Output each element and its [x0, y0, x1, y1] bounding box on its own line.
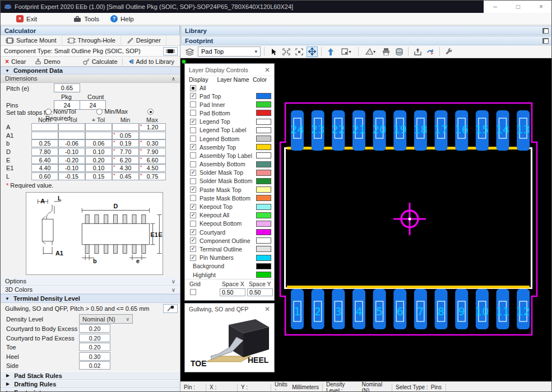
layers-icon[interactable] — [184, 46, 195, 57]
dimension-cell[interactable] — [58, 132, 85, 139]
demo-button[interactable]: Demo — [30, 57, 64, 66]
density-field-input[interactable]: 0.20 — [79, 324, 110, 333]
menu-help[interactable]: ? Help — [105, 13, 140, 25]
dimension-cell[interactable]: *0.05 — [112, 132, 139, 139]
density-field-input[interactable]: 0.20 — [79, 334, 110, 342]
layer-checkbox[interactable] — [190, 221, 196, 227]
dimension-cell[interactable] — [139, 132, 166, 139]
dimension-cell[interactable]: 0.60 — [31, 172, 58, 180]
layer-checkbox[interactable] — [190, 204, 196, 210]
layer-color-swatch[interactable] — [256, 204, 271, 210]
dimension-cell[interactable]: *0.45 — [112, 172, 139, 180]
close-icon[interactable]: ✕ — [265, 305, 270, 313]
pitch-input[interactable] — [54, 83, 80, 92]
layer-checkbox[interactable] — [190, 110, 196, 116]
dimension-cell[interactable]: 0.10 — [85, 148, 112, 156]
dimension-cell[interactable] — [85, 123, 112, 131]
layer-checkbox[interactable] — [190, 170, 196, 176]
dimension-cell[interactable]: *0.30 — [139, 139, 166, 147]
dimension-cell[interactable]: 0.10 — [85, 164, 112, 172]
layer-checkbox[interactable] — [190, 161, 196, 167]
close-button[interactable]: × — [530, 1, 552, 13]
layer-color-swatch[interactable] — [256, 144, 271, 150]
section-drafting-rules[interactable]: ▶Drafting Rules — [1, 380, 180, 388]
dimension-cell[interactable]: 0.25 — [31, 139, 58, 147]
layer-color-swatch[interactable] — [256, 272, 271, 278]
layer-checkbox[interactable] — [190, 255, 196, 261]
layer-color-swatch[interactable] — [256, 246, 271, 252]
footprint-popout-icon[interactable] — [542, 38, 549, 44]
layer-checkbox[interactable] — [190, 195, 196, 201]
section-pad-stack-rules[interactable]: ▶Pad Stack Rules — [1, 371, 180, 380]
dimension-cell[interactable]: -0.06 — [58, 139, 85, 147]
export-icon[interactable] — [412, 46, 423, 57]
dimension-cell[interactable]: *6.20 — [112, 156, 139, 164]
layer-color-swatch[interactable] — [256, 152, 271, 158]
dimension-cell[interactable]: *0.19 — [112, 139, 139, 147]
minimize-button[interactable]: – — [484, 1, 507, 13]
options-section[interactable]: Options∨ — [1, 277, 180, 286]
layer-color-swatch[interactable] — [256, 119, 271, 125]
layer-color-swatch[interactable] — [256, 127, 271, 133]
dimension-cell[interactable] — [31, 123, 58, 131]
pan-tool[interactable] — [307, 46, 318, 57]
section-footprint[interactable]: ▶Footprint — [1, 388, 180, 392]
tab-stop-radio-minmax[interactable]: Min/Max — [96, 108, 128, 115]
dimension-cell[interactable]: 0.20 — [85, 156, 112, 164]
layer-select-combobox[interactable]: Pad Top ▾ — [198, 46, 261, 57]
measure-tool[interactable]: ▾ — [362, 46, 379, 57]
database-icon[interactable] — [393, 46, 405, 57]
zoom-selection-tool[interactable] — [294, 46, 305, 57]
density-field-input[interactable]: 0.20 — [79, 343, 110, 351]
dimension-cell[interactable]: *4.50 — [139, 164, 166, 172]
layer-color-swatch[interactable] — [256, 212, 271, 218]
tab-through-hole[interactable]: Through-Hole — [62, 35, 121, 45]
print-icon[interactable] — [381, 46, 392, 57]
maximize-button[interactable]: □ — [507, 1, 530, 13]
sync-tools-icon[interactable] — [425, 46, 436, 57]
dimension-cell[interactable] — [31, 132, 58, 139]
dimension-cell[interactable]: -0.10 — [58, 148, 85, 156]
layer-checkbox[interactable] — [190, 229, 196, 235]
library-popout-icon[interactable] — [542, 28, 549, 34]
dimension-cell[interactable]: -0.10 — [58, 164, 85, 172]
component-preview-button[interactable] — [163, 47, 178, 55]
grid-checkbox[interactable] — [190, 289, 196, 295]
layer-color-swatch[interactable] — [256, 161, 271, 167]
terminal-image-button[interactable] — [163, 304, 178, 313]
close-icon[interactable]: ✕ — [265, 66, 270, 74]
layer-color-swatch[interactable] — [256, 229, 271, 235]
layer-checkbox[interactable] — [190, 237, 196, 244]
calculate-button[interactable]: Calculate — [78, 57, 122, 66]
dimension-cell[interactable]: *7.90 — [139, 148, 166, 156]
layer-checkbox[interactable] — [190, 178, 196, 184]
component-data-header[interactable]: ▼ Component Data — [1, 67, 180, 74]
layer-checkbox[interactable] — [190, 246, 196, 252]
layer-color-swatch[interactable] — [256, 221, 271, 227]
layer-checkbox[interactable] — [190, 93, 196, 99]
dimension-cell[interactable]: *1.20 — [139, 123, 166, 131]
3d-colors-section[interactable]: 3D Colors∨ — [1, 286, 180, 294]
layer-color-swatch[interactable] — [256, 263, 271, 269]
move-up-tool[interactable] — [325, 46, 336, 57]
layer-checkbox[interactable] — [190, 127, 196, 133]
layer-checkbox[interactable] — [190, 212, 196, 218]
add-to-library-button[interactable]: Add to Library — [123, 57, 180, 66]
layer-color-swatch[interactable] — [256, 110, 271, 116]
space-x-input[interactable] — [220, 288, 245, 296]
menu-exit[interactable]: × Exit — [11, 13, 43, 25]
dimension-cell[interactable]: -0.20 — [58, 156, 85, 164]
layer-color-swatch[interactable] — [256, 170, 271, 176]
clear-button[interactable]: × Clear — [1, 57, 30, 66]
density-field-input[interactable]: 0.30 — [79, 352, 110, 361]
origin-tool[interactable]: ▾ — [338, 46, 355, 57]
dimension-cell[interactable]: 0.06 — [85, 139, 112, 147]
dimension-cell[interactable]: -0.15 — [58, 172, 85, 180]
dimension-cell[interactable] — [85, 132, 112, 139]
layer-color-swatch[interactable] — [256, 237, 271, 244]
select-cursor-tool[interactable] — [268, 46, 279, 57]
layer-checkbox[interactable] — [190, 144, 196, 150]
terminal-density-header[interactable]: ▼ Terminal Density Level — [1, 294, 180, 303]
density-level-select[interactable]: Nominal (N) ∨ — [79, 314, 133, 324]
layer-color-swatch[interactable] — [256, 136, 271, 142]
